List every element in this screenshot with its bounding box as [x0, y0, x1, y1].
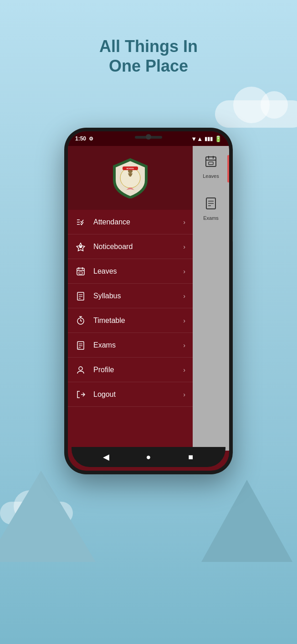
svg-point-8	[79, 245, 82, 248]
svg-rect-13	[79, 272, 82, 274]
title-line1: All Things In	[0, 36, 297, 56]
sidebar-tab-leaves[interactable]: Leaves	[203, 155, 219, 179]
leaves-label: Leaves	[93, 267, 183, 275]
sidebar-exams-label: Exams	[203, 215, 219, 221]
recent-icon: ■	[188, 452, 193, 462]
logout-icon	[75, 389, 86, 400]
settings-icon: ⚙	[89, 136, 93, 142]
attendance-label: Attendance	[93, 218, 183, 226]
exams-icon	[75, 340, 86, 351]
logout-arrow: ›	[183, 391, 185, 398]
status-right: ▼▲ ▮▮▮ 🔋	[191, 135, 222, 142]
right-sidebar-peek: Leaves Exams	[193, 146, 229, 451]
status-left: 1:50 ⚙	[75, 135, 93, 142]
signal-icon: ▮▮▮	[205, 136, 213, 142]
menu-item-attendance[interactable]: Attendance ›	[68, 210, 193, 234]
svg-text:SCHOOL: SCHOOL	[126, 167, 134, 170]
profile-label: Profile	[93, 366, 183, 374]
home-icon: ●	[146, 452, 151, 462]
attendance-icon	[75, 217, 86, 228]
cloud-decoration	[215, 100, 297, 128]
page-title: All Things In One Place	[0, 36, 297, 76]
menu-item-syllabus[interactable]: Syllabus ›	[68, 284, 193, 308]
exams-arrow: ›	[183, 342, 185, 349]
leaves-arrow: ›	[183, 268, 185, 275]
main-menu: SCHOOL	[68, 146, 193, 451]
syllabus-icon	[75, 291, 86, 301]
back-button[interactable]: ◀	[100, 451, 113, 463]
svg-rect-33	[209, 162, 213, 165]
sidebar-tab-exams[interactable]: Exams	[203, 197, 219, 221]
menu-item-leaves[interactable]: Leaves ›	[68, 259, 193, 284]
profile-arrow: ›	[183, 366, 185, 374]
menu-item-profile[interactable]: Profile ›	[68, 358, 193, 382]
exams-label: Exams	[93, 341, 183, 349]
logo-area: SCHOOL	[68, 146, 193, 210]
phone-camera	[146, 134, 151, 140]
sidebar-leaves-label: Leaves	[203, 173, 219, 179]
school-logo: SCHOOL	[110, 157, 151, 198]
bottom-nav-bar: ◀ ● ■	[72, 447, 225, 467]
syllabus-arrow: ›	[183, 292, 185, 300]
phone-frame: 1:50 ⚙ ▼▲ ▮▮▮ 🔋	[64, 128, 233, 474]
profile-icon	[75, 364, 86, 375]
svg-point-27	[79, 367, 82, 370]
timetable-arrow: ›	[183, 317, 185, 324]
title-line2: One Place	[0, 56, 297, 76]
back-icon: ◀	[103, 452, 109, 462]
recent-button[interactable]: ■	[184, 451, 197, 463]
drawer-container: SCHOOL	[68, 146, 229, 451]
power-button	[232, 219, 233, 242]
menu-item-timetable[interactable]: Timetable ›	[68, 308, 193, 333]
sidebar-exams-icon	[205, 197, 217, 213]
home-button[interactable]: ●	[142, 451, 155, 463]
time-display: 1:50	[75, 135, 86, 142]
syllabus-label: Syllabus	[93, 292, 183, 300]
menu-item-logout[interactable]: Logout ›	[68, 382, 193, 407]
logout-label: Logout	[93, 390, 183, 399]
noticeboard-icon	[75, 241, 86, 252]
phone-screen: 1:50 ⚙ ▼▲ ▮▮▮ 🔋	[68, 131, 229, 471]
active-tab-indicator	[227, 155, 229, 182]
phone-mockup: 1:50 ⚙ ▼▲ ▮▮▮ 🔋	[64, 128, 233, 607]
attendance-arrow: ›	[183, 218, 185, 226]
battery-icon: 🔋	[215, 135, 222, 142]
timetable-label: Timetable	[93, 317, 183, 325]
sidebar-leaves-icon	[205, 155, 217, 171]
menu-item-exams[interactable]: Exams ›	[68, 333, 193, 358]
leaves-icon	[75, 266, 86, 277]
timetable-icon	[75, 315, 86, 326]
menu-item-noticeboard[interactable]: Noticeboard ›	[68, 234, 193, 259]
wifi-icon: ▼▲	[191, 135, 203, 142]
noticeboard-label: Noticeboard	[93, 243, 183, 251]
noticeboard-arrow: ›	[183, 243, 185, 250]
